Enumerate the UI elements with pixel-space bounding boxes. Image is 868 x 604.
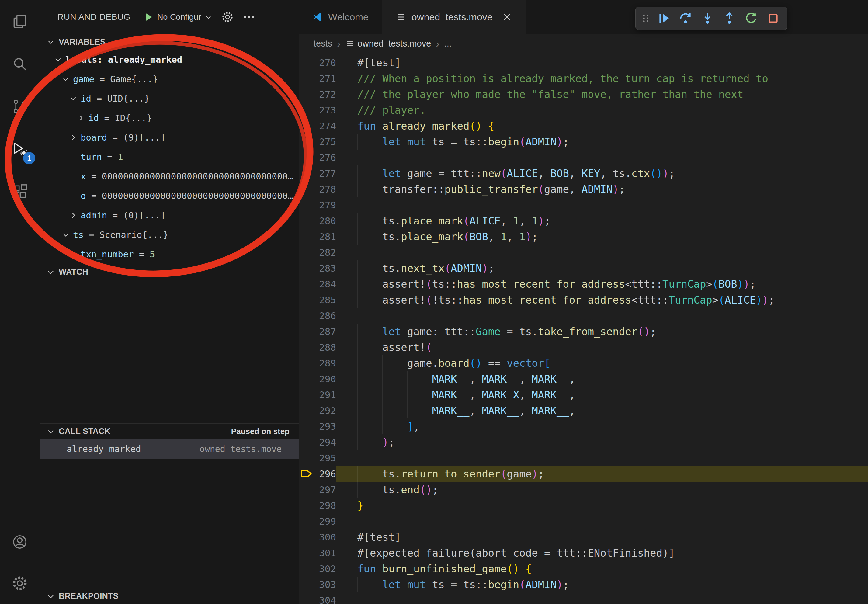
code-line-281[interactable]: 281 ts.place_mark(BOB, 1, 1);	[299, 229, 868, 245]
code-line-304[interactable]: 304	[299, 592, 868, 604]
chevron-down-icon[interactable]	[62, 74, 73, 84]
chevron-down-icon[interactable]	[54, 55, 65, 64]
breadcrumb-item[interactable]: ...	[444, 39, 452, 49]
code-line-288[interactable]: 288 assert!(	[299, 339, 868, 355]
code-token: ;	[650, 325, 656, 338]
chevron-right-icon[interactable]	[69, 133, 81, 142]
code-line-292[interactable]: 292 MARK__, MARK__, MARK__,	[299, 403, 868, 418]
debug-step-over-button[interactable]	[676, 9, 695, 28]
activity-item-source-control[interactable]	[0, 85, 40, 128]
gripper-icon[interactable]	[640, 11, 651, 25]
code-line-273[interactable]: 273/// player.	[299, 102, 868, 118]
glyph-margin	[299, 434, 314, 450]
indent-guide	[357, 355, 382, 371]
debug-step-into-button[interactable]	[698, 9, 717, 28]
code-line-282[interactable]: 282	[299, 245, 868, 260]
code-line-280[interactable]: 280 ts.place_mark(ALICE, 1, 1);	[299, 213, 868, 229]
activity-item-run-and-debug[interactable]: 1	[0, 128, 40, 170]
equals-sign: =	[107, 132, 123, 142]
stack-frame[interactable]: already_markedowned_tests.move	[40, 439, 299, 458]
variable-row[interactable]: x = 000000000000000000000000000000000000…	[40, 167, 299, 186]
code-line-270[interactable]: 270#[test]	[299, 55, 868, 71]
code-line-295[interactable]: 295	[299, 450, 868, 466]
chevron-down-icon[interactable]	[69, 94, 81, 103]
activity-item-search[interactable]	[0, 43, 40, 85]
code-line-276[interactable]: 276	[299, 150, 868, 166]
code-line-289[interactable]: 289 game.board() == vector[	[299, 355, 868, 371]
code-line-278[interactable]: 278 transfer::public_transfer(game, ADMI…	[299, 181, 868, 197]
activity-item-explorer[interactable]	[0, 0, 40, 43]
code-line-279[interactable]: 279	[299, 197, 868, 213]
code-line-293[interactable]: 293 ],	[299, 418, 868, 434]
code-token: (	[519, 578, 525, 591]
variable-row[interactable]: locals: already_marked	[40, 50, 299, 69]
variable-row[interactable]: turn = 1	[40, 147, 299, 167]
variable-row[interactable]: id = UID{...}	[40, 89, 299, 108]
breadcrumb-item[interactable]: owned_tests.move	[346, 39, 431, 49]
watch-section-header[interactable]: WATCH	[40, 264, 299, 280]
activity-item-settings[interactable]	[0, 563, 40, 604]
start-debugging-icon[interactable]	[143, 12, 154, 23]
code-line-291[interactable]: 291 MARK__, MARK_X, MARK__,	[299, 387, 868, 403]
variable-row[interactable]: o = 000000000000000000000000000000000000…	[40, 186, 299, 206]
code-line-296[interactable]: 296 ts.return_to_sender(game);	[299, 466, 868, 482]
code-text: let mut ts = ts::begin(ADMIN);	[336, 577, 868, 592]
code-line-298[interactable]: 298}	[299, 497, 868, 513]
code-token: ADMIN	[525, 578, 556, 591]
code-line-275[interactable]: 275 let mut ts = ts::begin(ADMIN);	[299, 134, 868, 150]
line-number: 292	[314, 403, 336, 418]
code-line-290[interactable]: 290 MARK__, MARK__, MARK__,	[299, 371, 868, 387]
activity-item-accounts[interactable]	[0, 521, 40, 563]
code-token: ,	[488, 231, 501, 243]
code-line-272[interactable]: 272/// the player who made the "false" m…	[299, 87, 868, 102]
tab-welcome[interactable]: Welcome	[299, 0, 382, 34]
variable-value: (0)[...]	[123, 210, 166, 220]
call-stack-section-header[interactable]: CALL STACK Paused on step	[40, 423, 299, 439]
debug-config-dropdown[interactable]: No Configur	[143, 12, 212, 23]
code-line-277[interactable]: 277 let game = ttt::new(ALICE, BOB, KEY,…	[299, 166, 868, 181]
code-line-294[interactable]: 294 );	[299, 434, 868, 450]
variable-row[interactable]: id = ID{...}	[40, 108, 299, 128]
debug-continue-button[interactable]	[654, 9, 673, 28]
debug-restart-button[interactable]	[741, 9, 761, 28]
more-actions-icon[interactable]	[242, 11, 255, 23]
code-line-299[interactable]: 299	[299, 513, 868, 529]
line-number: 281	[314, 229, 336, 245]
code-line-283[interactable]: 283 ts.next_tx(ADMIN);	[299, 260, 868, 276]
code-line-285[interactable]: 285 assert!(!ts::has_most_recent_for_add…	[299, 292, 868, 308]
code-line-297[interactable]: 297 ts.end();	[299, 482, 868, 497]
tab-owned_tests-move[interactable]: owned_tests.move	[382, 0, 526, 34]
chevron-right-icon[interactable]	[77, 113, 88, 122]
activity-item-extensions[interactable]	[0, 170, 40, 213]
source-control-icon	[11, 98, 28, 115]
code-line-300[interactable]: 300#[test]	[299, 529, 868, 545]
paused-status: Paused on step	[231, 427, 290, 436]
chevron-right-icon[interactable]	[69, 211, 81, 220]
code-line-271[interactable]: 271/// When a position is already marked…	[299, 71, 868, 87]
line-number: 304	[314, 592, 336, 604]
code-line-287[interactable]: 287 let game: ttt::Game = ts.take_from_s…	[299, 324, 868, 339]
code-text: }	[336, 497, 868, 513]
settings-gear-icon[interactable]	[221, 11, 234, 23]
code-token: place_mark	[401, 231, 463, 243]
code-line-274[interactable]: 274fun already_marked() {	[299, 118, 868, 134]
variable-row[interactable]: txn_number = 5	[40, 245, 299, 264]
breadcrumb-item[interactable]: tests	[313, 39, 332, 49]
debug-step-out-button[interactable]	[719, 9, 739, 28]
variable-row[interactable]: ts = Scenario{...}	[40, 225, 299, 245]
variable-row[interactable]: game = Game{...}	[40, 69, 299, 89]
close-icon[interactable]	[502, 12, 512, 22]
debug-stop-button[interactable]	[763, 9, 783, 28]
code-line-286[interactable]: 286	[299, 308, 868, 324]
chevron-down-icon[interactable]	[62, 230, 73, 239]
code-line-284[interactable]: 284 assert!(ts::has_most_recent_for_addr…	[299, 276, 868, 292]
code-line-301[interactable]: 301#[expected_failure(abort_code = ttt::…	[299, 545, 868, 561]
variables-section-header[interactable]: VARIABLES	[40, 34, 299, 50]
code-line-302[interactable]: 302fun burn_unfinished_game() {	[299, 561, 868, 577]
code-line-303[interactable]: 303 let mut ts = ts::begin(ADMIN);	[299, 577, 868, 592]
breakpoints-section-header[interactable]: BREAKPOINTS	[40, 588, 299, 604]
code-text: let mut ts = ts::begin(ADMIN);	[336, 134, 868, 150]
variable-row[interactable]: admin = (0)[...]	[40, 206, 299, 225]
indent-guide	[357, 181, 382, 197]
variable-row[interactable]: board = (9)[...]	[40, 128, 299, 147]
